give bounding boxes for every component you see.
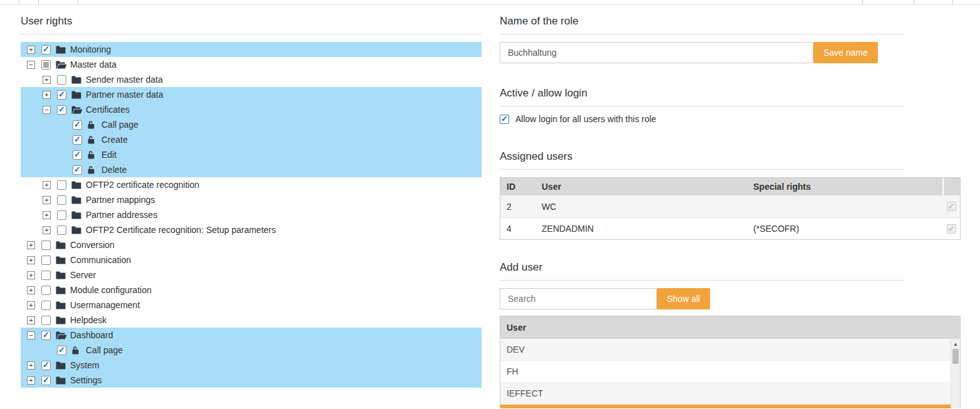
node-checkbox[interactable]	[57, 210, 66, 220]
expand-icon[interactable]: +	[27, 256, 35, 264]
node-checkbox[interactable]	[73, 135, 82, 145]
expand-icon[interactable]: +	[27, 301, 35, 309]
scroll-up-icon[interactable]: ▲	[951, 339, 960, 349]
expand-icon[interactable]: +	[27, 46, 35, 54]
tree-node-module-configuration[interactable]: +Module configuration	[21, 282, 482, 298]
column-header-user: User	[535, 182, 747, 192]
expand-icon[interactable]: +	[43, 76, 51, 84]
tree-node-oftp2-certificate-recognition-setup-parameters[interactable]: +OFTP2 Certificate recognition: Setup pa…	[21, 222, 482, 237]
tree-node-settings[interactable]: +Settings	[21, 373, 482, 388]
node-label: Server	[70, 270, 96, 280]
node-checkbox[interactable]	[41, 376, 51, 385]
node-checkbox[interactable]	[57, 90, 66, 100]
tree-node-system[interactable]: +System	[21, 358, 482, 373]
tree-node-partner-addresses[interactable]: +Partner addresses	[21, 207, 482, 222]
folder-closed-icon	[56, 46, 67, 54]
expander-spacer	[58, 121, 66, 129]
node-checkbox[interactable]	[73, 120, 82, 130]
node-checkbox[interactable]	[41, 361, 51, 370]
expand-icon[interactable]: +	[43, 91, 51, 99]
node-checkbox[interactable]	[41, 271, 51, 280]
node-checkbox[interactable]	[41, 60, 51, 70]
tree-node-monitoring[interactable]: +Monitoring	[21, 42, 482, 57]
expand-icon[interactable]: +	[43, 211, 51, 219]
user-search-input[interactable]	[500, 288, 657, 309]
tab-separator	[914, 0, 914, 5]
user-name: FH	[507, 366, 518, 376]
tree-node-master-data[interactable]: −Master data	[21, 57, 482, 72]
permissions-tree: +Monitoring−Master data+Sender master da…	[21, 42, 482, 388]
node-label: Conversion	[70, 240, 115, 250]
column-header-checkbox	[942, 178, 960, 195]
node-label: OFTP2 Certificate recognition: Setup par…	[86, 225, 276, 235]
node-checkbox[interactable]	[57, 195, 66, 205]
node-checkbox[interactable]	[41, 256, 51, 265]
node-label: System	[70, 360, 100, 370]
expand-icon[interactable]: +	[43, 181, 51, 189]
role-name-input[interactable]	[500, 42, 813, 63]
tree-node-usermanagement[interactable]: +Usermanagement	[21, 298, 482, 313]
collapse-icon[interactable]: −	[27, 61, 35, 69]
tree-node-sender-master-data[interactable]: +Sender master data	[21, 72, 482, 87]
node-checkbox[interactable]	[41, 286, 51, 295]
tree-node-partner-mappings[interactable]: +Partner mappings	[21, 192, 482, 207]
node-checkbox[interactable]	[57, 180, 66, 190]
node-checkbox[interactable]	[73, 165, 82, 175]
show-all-button[interactable]: Show all	[657, 288, 710, 309]
expand-icon[interactable]: +	[27, 286, 35, 294]
expand-icon[interactable]: +	[43, 226, 51, 234]
node-checkbox[interactable]	[41, 301, 51, 310]
tree-node-server[interactable]: +Server	[21, 267, 482, 282]
tree-node-edit[interactable]: Edit	[21, 147, 482, 162]
tree-node-partner-master-data[interactable]: +Partner master data	[21, 87, 482, 102]
allow-login-row[interactable]: Allow login for all users with this role	[500, 114, 961, 124]
node-checkbox[interactable]	[57, 225, 66, 235]
list-item[interactable]: FH	[500, 361, 951, 383]
save-name-button[interactable]: Save name	[813, 42, 878, 63]
expand-icon[interactable]: +	[27, 241, 35, 249]
tab-separator	[862, 0, 863, 5]
node-checkbox[interactable]	[57, 346, 66, 355]
table-row[interactable]: 4 ZENDADMIN (*SECOFR)	[500, 217, 960, 239]
tree-node-call-page[interactable]: Call page	[21, 117, 482, 132]
node-checkbox[interactable]	[41, 241, 51, 250]
divider	[21, 34, 482, 34]
assigned-checkbox[interactable]	[947, 202, 956, 211]
tree-node-oftp2-certificate-recognition[interactable]: +OFTP2 certificate recognition	[21, 177, 482, 192]
expand-icon[interactable]: +	[27, 316, 35, 324]
node-checkbox[interactable]	[41, 316, 51, 325]
node-label: Certificates	[86, 105, 130, 115]
partial-highlighted-row[interactable]	[500, 405, 951, 408]
scroll-thumb[interactable]	[952, 349, 959, 364]
list-item[interactable]: DEV	[500, 339, 951, 361]
tree-node-communication[interactable]: +Communication	[21, 252, 482, 267]
tree-node-dashboard[interactable]: −Dashboard	[21, 328, 482, 343]
expand-icon[interactable]: +	[27, 376, 35, 385]
node-label: Sender master data	[86, 75, 163, 85]
table-row[interactable]: 2 WC	[500, 195, 960, 217]
node-checkbox[interactable]	[57, 75, 66, 85]
role-name-row: Save name	[500, 42, 961, 63]
expand-icon[interactable]: +	[27, 361, 35, 370]
node-checkbox[interactable]	[73, 150, 82, 160]
tree-node-conversion[interactable]: +Conversion	[21, 237, 482, 252]
scrollbar[interactable]: ▲	[951, 339, 960, 408]
node-checkbox[interactable]	[41, 331, 51, 340]
node-checkbox[interactable]	[57, 105, 66, 115]
tree-node-helpdesk[interactable]: +Helpdesk	[21, 313, 482, 328]
divider	[500, 280, 904, 281]
assigned-checkbox[interactable]	[947, 224, 956, 234]
node-checkbox[interactable]	[41, 45, 51, 54]
allow-login-checkbox[interactable]	[500, 115, 509, 124]
node-label: Call page	[101, 120, 138, 130]
expand-icon[interactable]: +	[43, 196, 51, 204]
expand-icon[interactable]: +	[27, 271, 35, 279]
tree-node-call-page[interactable]: Call page	[21, 343, 482, 358]
tree-node-delete[interactable]: Delete	[21, 162, 482, 177]
collapse-icon[interactable]: −	[43, 106, 51, 114]
tree-node-create[interactable]: Create	[21, 132, 482, 147]
tab-separator	[952, 0, 953, 5]
list-item[interactable]: IEFFECT	[500, 383, 951, 405]
tree-node-certificates[interactable]: −Certificates	[21, 102, 482, 117]
collapse-icon[interactable]: −	[27, 331, 35, 339]
